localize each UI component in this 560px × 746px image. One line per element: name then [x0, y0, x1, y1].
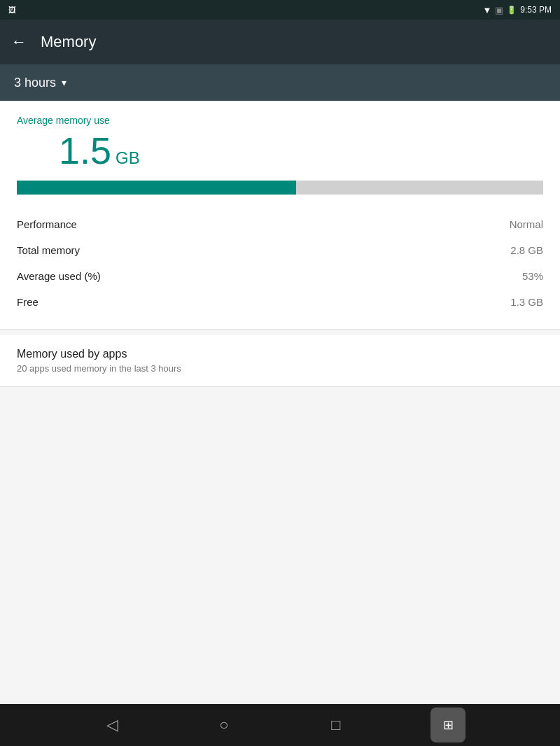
- divider-2: [0, 386, 560, 387]
- nav-back-button[interactable]: ◁: [94, 708, 130, 743]
- divider-1: [0, 329, 560, 330]
- stats-row-free: Free 1.3 GB: [17, 289, 543, 315]
- memory-card: Average memory use 1.5 GB Performance No…: [0, 101, 560, 329]
- stats-label-free: Free: [17, 296, 38, 308]
- top-bar: ← Memory: [0, 20, 560, 64]
- memory-progress-bar: [17, 181, 543, 195]
- signal-icon: ▣: [495, 5, 503, 15]
- apps-section-title: Memory used by apps: [17, 348, 543, 360]
- nav-recents-icon: □: [331, 716, 340, 734]
- page-title: Memory: [41, 33, 96, 51]
- notification-icon-1: 🖼: [8, 6, 16, 14]
- wifi-icon: ▼: [482, 5, 491, 15]
- status-bar: 🖼 ▼ ▣ 🔋 9:53 PM: [0, 0, 560, 20]
- nav-home-button[interactable]: ○: [206, 708, 241, 743]
- nav-recents-button[interactable]: □: [318, 708, 354, 743]
- memory-value-row: 1.5 GB: [17, 132, 543, 169]
- apps-section[interactable]: Memory used by apps 20 apps used memory …: [0, 335, 560, 386]
- memory-value-number: 1.5: [59, 132, 111, 169]
- stats-value-performance: Normal: [510, 218, 543, 230]
- nav-back-icon: ◁: [106, 716, 118, 734]
- stats-row-average: Average used (%) 53%: [17, 263, 543, 289]
- memory-progress-fill: [17, 181, 296, 195]
- apps-section-subtitle: 20 apps used memory in the last 3 hours: [17, 363, 543, 374]
- back-button[interactable]: ←: [11, 33, 27, 51]
- nav-home-icon: ○: [219, 716, 228, 734]
- dropdown-arrow-icon: ▾: [62, 77, 66, 88]
- stats-row-performance: Performance Normal: [17, 211, 543, 237]
- memory-value-unit: GB: [115, 148, 140, 168]
- nav-active-button[interactable]: ⊞: [430, 708, 465, 743]
- nav-bar: ◁ ○ □ ⊞: [0, 704, 560, 746]
- battery-icon: 🔋: [507, 6, 517, 15]
- stats-row-total: Total memory 2.8 GB: [17, 237, 543, 263]
- avg-memory-label: Average memory use: [17, 115, 543, 126]
- status-bar-left: 🖼: [8, 6, 478, 14]
- main-content: Average memory use 1.5 GB Performance No…: [0, 101, 560, 704]
- stats-label-average: Average used (%): [17, 270, 101, 282]
- status-time: 9:53 PM: [520, 5, 552, 15]
- stats-value-average: 53%: [522, 270, 543, 282]
- stats-table: Performance Normal Total memory 2.8 GB A…: [17, 211, 543, 315]
- time-selector-bar: 3 hours ▾: [0, 64, 560, 101]
- time-selector-label: 3 hours: [14, 76, 56, 90]
- time-selector-dropdown[interactable]: 3 hours ▾: [14, 76, 66, 90]
- stats-label-total: Total memory: [17, 244, 80, 256]
- stats-value-total: 2.8 GB: [510, 244, 543, 256]
- stats-value-free: 1.3 GB: [510, 296, 543, 308]
- stats-label-performance: Performance: [17, 218, 77, 230]
- status-icons: ▼ ▣ 🔋 9:53 PM: [482, 5, 552, 15]
- nav-active-icon: ⊞: [443, 717, 454, 733]
